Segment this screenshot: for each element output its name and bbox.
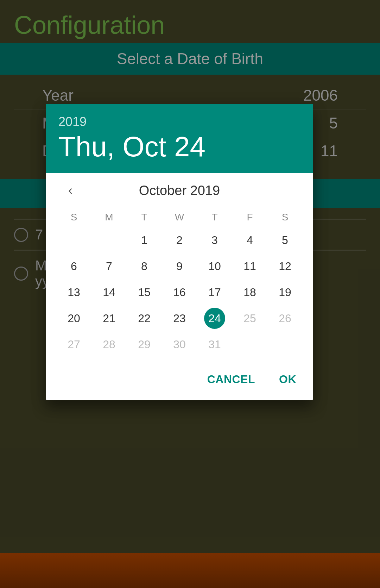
week-3: 13 14 15 16 17 18 19 — [56, 280, 303, 305]
dialog-body: ‹ October 2019 S M T W T F S 0 — [46, 173, 313, 362]
dialog-year: 2019 — [58, 114, 300, 129]
day-header-row: S M T W T F S — [56, 208, 303, 226]
ok-button[interactable]: OK — [271, 367, 305, 392]
day-empty-7: 0 — [267, 332, 303, 357]
day-9[interactable]: 9 — [162, 254, 197, 279]
day-13[interactable]: 13 — [56, 280, 91, 305]
header-wed: W — [162, 208, 197, 226]
day-30: 30 — [162, 332, 197, 357]
day-7[interactable]: 7 — [91, 254, 127, 279]
dialog-overlay: 2019 Thu, Oct 24 ‹ October 2019 S M T W … — [0, 0, 380, 588]
day-10[interactable]: 10 — [197, 254, 232, 279]
day-27: 27 — [56, 332, 91, 357]
day-29: 29 — [127, 332, 162, 357]
header-tue: T — [127, 208, 162, 226]
day-empty-2: 0 — [91, 228, 127, 252]
day-22[interactable]: 22 — [127, 306, 162, 331]
header-mon: M — [91, 208, 127, 226]
day-28: 28 — [91, 332, 127, 357]
day-14[interactable]: 14 — [91, 280, 127, 305]
week-5: 27 28 29 30 31 0 0 — [56, 332, 303, 357]
header-sat: S — [267, 208, 303, 226]
day-2[interactable]: 2 — [162, 228, 197, 252]
dialog-header: 2019 Thu, Oct 24 — [46, 104, 313, 173]
month-year-label: October 2019 — [139, 183, 220, 198]
day-12[interactable]: 12 — [267, 254, 303, 279]
day-1[interactable]: 1 — [127, 228, 162, 252]
header-fri: F — [232, 208, 267, 226]
dialog-actions: CANCEL OK — [46, 362, 313, 400]
day-24-selected[interactable]: 24 — [197, 306, 232, 331]
day-4[interactable]: 4 — [232, 228, 267, 252]
day-25: 25 — [232, 306, 267, 331]
month-nav: ‹ October 2019 — [56, 180, 303, 201]
day-6[interactable]: 6 — [56, 254, 91, 279]
day-8[interactable]: 8 — [127, 254, 162, 279]
day-grid: S M T W T F S 0 0 1 2 3 4 5 — [56, 208, 303, 357]
day-empty-1: 0 — [56, 228, 91, 252]
week-2: 6 7 8 9 10 11 12 — [56, 254, 303, 279]
date-picker-dialog: 2019 Thu, Oct 24 ‹ October 2019 S M T W … — [46, 104, 313, 400]
day-16[interactable]: 16 — [162, 280, 197, 305]
day-5[interactable]: 5 — [267, 228, 303, 252]
prev-month-button[interactable]: ‹ — [60, 180, 81, 201]
week-4: 20 21 22 23 24 25 26 — [56, 306, 303, 331]
day-19[interactable]: 19 — [267, 280, 303, 305]
dialog-selected-date: Thu, Oct 24 — [58, 131, 300, 162]
day-11[interactable]: 11 — [232, 254, 267, 279]
cancel-button[interactable]: CANCEL — [199, 367, 264, 392]
day-23[interactable]: 23 — [162, 306, 197, 331]
day-empty-6: 0 — [232, 332, 267, 357]
day-26: 26 — [267, 306, 303, 331]
day-3[interactable]: 3 — [197, 228, 232, 252]
day-31: 31 — [197, 332, 232, 357]
header-thu: T — [197, 208, 232, 226]
week-1: 0 0 1 2 3 4 5 — [56, 228, 303, 252]
day-17[interactable]: 17 — [197, 280, 232, 305]
day-15[interactable]: 15 — [127, 280, 162, 305]
day-20[interactable]: 20 — [56, 306, 91, 331]
day-18[interactable]: 18 — [232, 280, 267, 305]
header-sun: S — [56, 208, 91, 226]
day-21[interactable]: 21 — [91, 306, 127, 331]
